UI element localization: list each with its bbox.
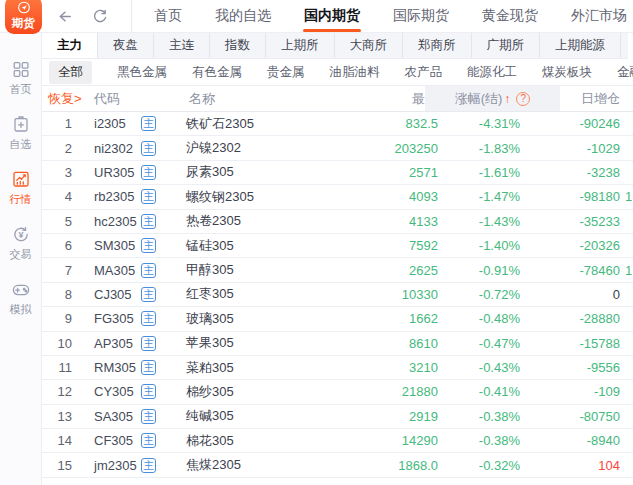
open-interest-change: -78460 <box>520 263 620 278</box>
help-icon[interactable]: ? <box>516 92 530 106</box>
table-row[interactable]: 5 hc2305 主 热卷2305 4133 -1.43% -35233 <box>42 210 633 234</box>
sidebar-item-simulation[interactable]: 模拟 <box>0 279 41 317</box>
sidebar-item-watchlist[interactable]: 自选 <box>0 114 41 152</box>
contract-name: 铁矿石2305 <box>186 115 338 133</box>
exchange-tab[interactable]: 大商所 <box>335 33 404 58</box>
nav-item[interactable]: 首页 <box>154 0 182 32</box>
yuan-exchange-icon: ¥ <box>11 224 31 244</box>
exchange-tab[interactable]: 上期所 <box>266 33 335 58</box>
contract-name: 棉花305 <box>186 432 338 450</box>
exchange-tab[interactable]: 夜盘 <box>98 33 154 58</box>
change-percent: -0.91% <box>438 263 520 278</box>
table-row[interactable]: 11 RM305 主 菜粕305 3210 -0.43% -9556 <box>42 356 633 380</box>
column-header-open-interest[interactable]: 日增仓 <box>581 86 620 111</box>
column-header-change-label: 涨幅(结) <box>455 90 503 108</box>
category-tab[interactable]: 贵金属 <box>267 64 305 81</box>
contract-name: 热卷2305 <box>186 212 338 230</box>
open-interest-change: -15788 <box>520 336 620 351</box>
open-interest-change: -35233 <box>520 214 620 229</box>
category-tab[interactable]: 能源化工 <box>467 64 517 81</box>
exchange-tab[interactable]: 指数 <box>210 33 266 58</box>
table-row[interactable]: 14 CF305 主 棉花305 14290 -0.38% -8940 <box>42 429 633 453</box>
main-contract-badge: 主 <box>141 360 156 375</box>
row-index: 14 <box>42 433 72 448</box>
category-tab[interactable]: 油脂油料 <box>330 64 380 81</box>
last-price: 832.5 <box>338 116 438 131</box>
table-row[interactable]: 3 UR305 主 尿素305 2571 -1.61% -3238 <box>42 161 633 185</box>
exchange-tab[interactable]: 广期所 <box>472 33 541 58</box>
category-tab[interactable]: 全部 <box>49 61 92 84</box>
last-price: 10330 <box>338 287 438 302</box>
open-interest-change: -90246 <box>520 116 620 131</box>
main-contract-badge: 主 <box>141 116 156 131</box>
exchange-tab[interactable]: 主力 <box>42 33 98 58</box>
main-contract-badge: 主 <box>141 189 156 204</box>
last-price: 4093 <box>338 189 438 204</box>
table-row[interactable]: 15 jm2305 主 焦煤2305 1868.0 -0.32% 104 <box>42 453 633 477</box>
sidebar-item-home[interactable]: 首页 <box>0 59 41 97</box>
open-interest-change: -20326 <box>520 238 620 253</box>
table-row[interactable]: 7 MA305 主 甲醇305 2625 -0.91% -78460 1 <box>42 258 633 282</box>
exchange-tab-bar: 主力 夜盘 主连 指数 上期所 大商所 郑商所 广期所 上期能源 <box>42 33 628 59</box>
column-header-code[interactable]: 代码 <box>94 86 120 111</box>
table-row[interactable]: 6 SM305 主 锰硅305 7592 -1.40% -20326 <box>42 234 633 258</box>
refresh-icon[interactable] <box>91 7 109 25</box>
contract-code: CY305 <box>94 384 141 399</box>
exchange-tab[interactable]: 郑商所 <box>403 33 472 58</box>
main-contract-badge: 主 <box>141 165 156 180</box>
table-row[interactable]: 13 SA305 主 纯碱305 2919 -0.38% -80750 <box>42 405 633 429</box>
nav-item[interactable]: 国内期货 <box>304 0 360 32</box>
open-interest-change: 104 <box>520 458 620 473</box>
change-percent: -0.43% <box>438 360 520 375</box>
app-logo[interactable]: 期货 <box>5 0 42 34</box>
category-tab[interactable]: 金融期货 <box>617 64 633 81</box>
row-index: 11 <box>42 360 72 375</box>
exchange-tab[interactable]: 上期能源 <box>540 33 621 58</box>
last-price: 14290 <box>338 433 438 448</box>
category-tab[interactable]: 煤炭板块 <box>542 64 592 81</box>
table-row[interactable]: 8 CJ305 主 红枣305 10330 -0.72% 0 <box>42 283 633 307</box>
sidebar-item-quotes[interactable]: 行情 <box>0 169 41 207</box>
table-row[interactable]: 12 CY305 主 棉纱305 21880 -0.41% -109 <box>42 380 633 404</box>
contract-name: 红枣305 <box>186 285 338 303</box>
restore-button[interactable]: 恢复> <box>48 86 82 111</box>
nav-item[interactable]: 外汇市场 <box>571 0 627 32</box>
open-interest-change: 0 <box>520 287 620 302</box>
sort-ascending-icon: ↑ <box>504 92 510 106</box>
main-contract-badge: 主 <box>141 433 156 448</box>
exchange-tab[interactable]: 主连 <box>154 33 210 58</box>
contract-name: 苹果305 <box>186 334 338 352</box>
category-tab[interactable]: 农产品 <box>405 64 443 81</box>
table-row[interactable]: 1 i2305 主 铁矿石2305 832.5 -4.31% -90246 <box>42 112 633 136</box>
nav-item[interactable]: 国际期货 <box>393 0 449 32</box>
grid-icon <box>11 59 31 79</box>
row-index: 10 <box>42 336 72 351</box>
contract-code: FG305 <box>94 311 141 326</box>
gamepad-icon <box>11 279 31 299</box>
main-contract-badge: 主 <box>141 384 156 399</box>
contract-code: CF305 <box>94 433 141 448</box>
contract-code: SA305 <box>94 409 141 424</box>
category-tab[interactable]: 有色金属 <box>192 64 242 81</box>
column-header-change[interactable]: 涨幅(结) ↑ ? <box>425 86 560 111</box>
main-contract-badge: 主 <box>141 238 156 253</box>
open-interest-change: -1029 <box>520 141 620 156</box>
table-row[interactable]: 9 FG305 主 玻璃305 1662 -0.48% -28880 <box>42 307 633 331</box>
row-index: 1 <box>42 116 72 131</box>
sidebar-item-label: 交易 <box>10 247 32 262</box>
nav-item[interactable]: 我的自选 <box>215 0 271 32</box>
table-row[interactable]: 10 AP305 主 苹果305 8610 -0.47% -15788 <box>42 332 633 356</box>
table-row[interactable]: 2 ni2302 主 沪镍2302 203250 -1.83% -1029 <box>42 136 633 160</box>
nav-item[interactable]: 黄金现货 <box>482 0 538 32</box>
contract-code: i2305 <box>94 116 141 131</box>
last-price: 4133 <box>338 214 438 229</box>
last-price: 8610 <box>338 336 438 351</box>
sidebar-item-trade[interactable]: ¥ 交易 <box>0 224 41 262</box>
category-tab[interactable]: 黑色金属 <box>117 64 167 81</box>
row-index: 13 <box>42 409 72 424</box>
table-row[interactable]: 4 rb2305 主 螺纹钢2305 4093 -1.47% -98180 1 <box>42 185 633 209</box>
category-tab-bar: 全部 黑色金属 有色金属 贵金属 油脂油料 农产品 能源化工 煤炭板块 金融期货 <box>42 59 633 85</box>
main-content: 主力 夜盘 主连 指数 上期所 大商所 郑商所 广期所 上期能源 全部 <box>42 33 633 485</box>
column-header-name[interactable]: 名称 <box>189 86 215 111</box>
back-icon[interactable] <box>55 7 73 25</box>
